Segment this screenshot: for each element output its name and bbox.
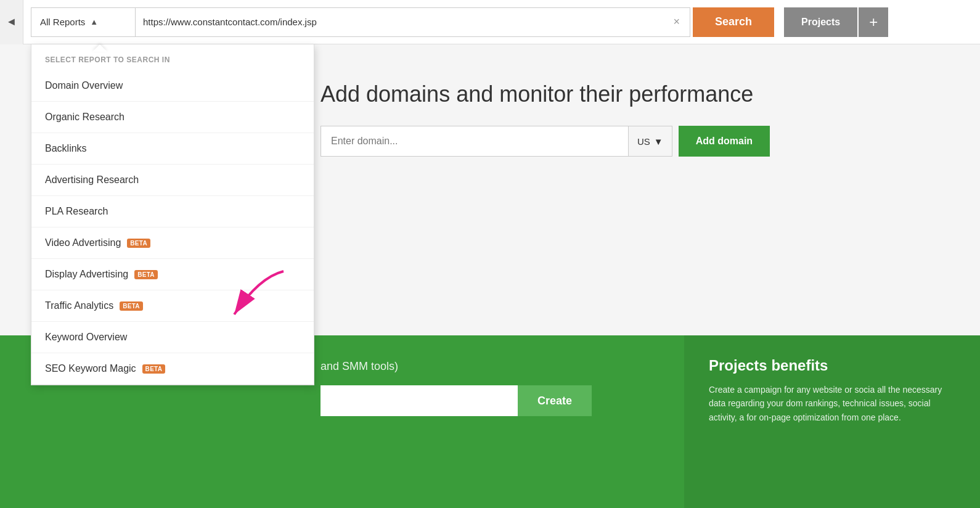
domain-input[interactable]	[321, 126, 629, 157]
beta-badge: BETA	[142, 364, 166, 374]
beta-badge: BETA	[127, 239, 150, 248]
country-select[interactable]: US ▼	[629, 126, 672, 157]
dropdown-triangle	[92, 44, 107, 52]
chevron-up-icon: ▲	[90, 17, 98, 27]
dropdown-item-label: Organic Research	[45, 112, 125, 123]
green-right-text: Create a campaign for any website or soc…	[709, 383, 955, 424]
green-right: Projects benefits Create a campaign for …	[684, 335, 980, 508]
projects-button[interactable]: Projects	[784, 7, 857, 37]
dropdown-item-label: Domain Overview	[45, 80, 123, 91]
dropdown-item-traffic-analytics[interactable]: Traffic Analytics BETA	[31, 290, 314, 322]
domain-input-row: US ▼ Add domain	[321, 126, 931, 157]
dropdown-item-label: Video Advertising	[45, 237, 121, 248]
green-left-text: and SMM tools)	[321, 360, 653, 373]
add-domain-button[interactable]: Add domain	[679, 126, 770, 157]
dropdown-item-keyword-overview[interactable]: Keyword Overview	[31, 322, 314, 353]
report-selector[interactable]: All Reports ▲	[31, 7, 136, 37]
dropdown-item-label: SEO Keyword Magic	[45, 363, 136, 374]
beta-badge: BETA	[120, 301, 143, 311]
country-label: US	[637, 136, 650, 147]
create-input[interactable]	[321, 385, 518, 416]
dropdown-item-seo-keyword-magic[interactable]: SEO Keyword Magic BETA	[31, 353, 314, 385]
report-dropdown: SELECT REPORT TO SEARCH IN Domain Overvi…	[31, 44, 314, 385]
main-heading: Add domains and monitor their performanc…	[321, 81, 931, 107]
dropdown-header: SELECT REPORT TO SEARCH IN	[31, 44, 314, 70]
create-button[interactable]: Create	[518, 385, 592, 416]
dropdown-item-backlinks[interactable]: Backlinks	[31, 133, 314, 165]
create-input-row: Create	[321, 385, 653, 416]
dropdown-item-label: PLA Research	[45, 206, 108, 217]
dropdown-item-label: Advertising Research	[45, 174, 139, 186]
dropdown-item-video-advertising[interactable]: Video Advertising BETA	[31, 227, 314, 259]
dropdown-item-domain-overview[interactable]: Domain Overview	[31, 70, 314, 102]
report-selector-label: All Reports	[40, 17, 85, 27]
dropdown-item-advertising-research[interactable]: Advertising Research	[31, 165, 314, 196]
dropdown-item-label: Display Advertising	[45, 269, 128, 280]
clear-button[interactable]: ×	[671, 15, 682, 28]
dropdown-item-label: Keyword Overview	[45, 332, 127, 343]
green-right-title: Projects benefits	[709, 357, 955, 374]
chevron-down-icon: ▼	[654, 136, 663, 147]
top-bar: ◄ All Reports ▲ × Search Projects +	[0, 0, 980, 44]
back-button[interactable]: ◄	[0, 0, 23, 44]
beta-badge: BETA	[134, 270, 158, 279]
plus-button[interactable]: +	[859, 7, 888, 37]
url-input[interactable]	[143, 17, 671, 27]
dropdown-item-label: Traffic Analytics	[45, 300, 113, 311]
url-input-wrapper: ×	[136, 7, 690, 37]
search-button[interactable]: Search	[693, 7, 774, 37]
dropdown-item-pla-research[interactable]: PLA Research	[31, 196, 314, 227]
dropdown-item-display-advertising[interactable]: Display Advertising BETA	[31, 259, 314, 290]
dropdown-item-label: Backlinks	[45, 143, 87, 154]
dropdown-item-organic-research[interactable]: Organic Research	[31, 102, 314, 133]
